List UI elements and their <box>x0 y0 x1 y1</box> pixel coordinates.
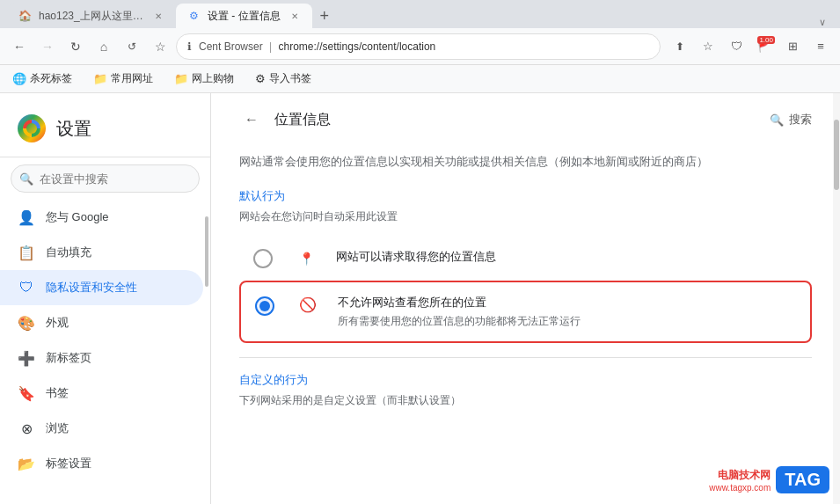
sidebar-item-appearance[interactable]: 🎨 外观 <box>0 305 203 340</box>
badge: 1.00 <box>757 36 775 44</box>
settings-sidebar: 设置 🔍 👤 您与 Google 📋 自动填充 🛡 隐私设置和安全性 🎨 <box>0 93 211 504</box>
appearance-label: 外观 <box>46 315 69 331</box>
custom-behavior-sublabel: 下列网站采用的是自定义设置（而非默认设置） <box>239 393 812 408</box>
google-icon: 👤 <box>18 208 35 226</box>
privacy-icon: 🛡 <box>18 279 35 296</box>
main-content: 设置 🔍 👤 您与 Google 📋 自动填充 🛡 隐私设置和安全性 🎨 <box>0 93 840 504</box>
option-block-title: 不允许网站查看您所在的位置 <box>338 295 796 310</box>
sidebar-item-bookmarks[interactable]: 🔖 书签 <box>0 376 203 411</box>
settings-page: ← 位置信息 🔍 搜索 网站通常会使用您的位置信息以实现相关功能或提供相关信息（… <box>211 93 840 436</box>
shield-icon: 🛡 <box>731 40 742 53</box>
back-icon: ← <box>13 40 26 54</box>
kill-tab-icon: 🌐 <box>12 72 26 85</box>
autofill-label: 自动填充 <box>46 245 91 260</box>
menu-button[interactable]: ≡ <box>808 34 833 59</box>
settings-search-input[interactable] <box>11 164 200 193</box>
tab-2-favicon: ⚙ <box>186 9 201 23</box>
new-tab-button[interactable]: + <box>312 4 337 28</box>
bookmark-button[interactable]: ☆ <box>696 34 720 59</box>
page-search-label: 搜索 <box>789 112 812 128</box>
tab-2-close[interactable]: ✕ <box>288 9 302 23</box>
location-pin-icon: 📍 <box>297 250 315 267</box>
back-button[interactable]: ← <box>7 34 32 59</box>
option-allow[interactable]: 📍 网站可以请求取得您的位置信息 <box>239 238 812 277</box>
security-info-icon: ℹ <box>187 40 192 53</box>
apps-button[interactable]: ⊞ <box>780 34 805 59</box>
privacy-label: 隐私设置和安全性 <box>46 280 137 296</box>
window-controls: ∨ <box>819 17 826 28</box>
sidebar-item-browsing[interactable]: ⊗ 浏览 <box>0 411 203 446</box>
import-icon: ⚙ <box>255 72 266 85</box>
browsing-icon: ⊗ <box>18 420 35 437</box>
watermark-tag-badge: TAG <box>776 466 829 493</box>
bookmark-common-sites[interactable]: 📁 常用网址 <box>88 68 158 90</box>
content-scrollbar[interactable] <box>833 93 840 504</box>
radio-block-dot <box>259 301 270 311</box>
tab-1-favicon: 🏠 <box>18 9 32 23</box>
browsing-label: 浏览 <box>46 420 69 436</box>
google-label: 您与 Google <box>46 209 109 225</box>
back-to-settings-button[interactable]: ← <box>239 107 264 132</box>
option-block[interactable]: 🚫 不允许网站查看您所在的位置 所有需要使用您的位置信息的功能都将无法正常运行 <box>239 281 812 343</box>
shopping-icon: 📁 <box>174 72 188 85</box>
page-header-left: ← 位置信息 <box>239 107 331 132</box>
star-button[interactable]: ☆ <box>148 34 172 59</box>
radio-allow <box>253 249 273 268</box>
star-icon: ☆ <box>155 40 166 54</box>
kill-tab-label: 杀死标签 <box>30 71 72 86</box>
page-title: 位置信息 <box>274 111 331 129</box>
nav-bar: ← → ↻ ⌂ ↺ ☆ ℹ Cent Browser | chrome://se… <box>0 28 840 65</box>
flag-badge-button[interactable]: 🚩 1.00 <box>752 34 777 59</box>
sidebar-item-privacy[interactable]: 🛡 隐私设置和安全性 <box>0 270 203 305</box>
sidebar-scrollbar <box>205 216 208 287</box>
sidebar-item-tabs[interactable]: 📂 标签设置 <box>0 446 203 481</box>
share-button[interactable]: ⬆ <box>668 34 692 59</box>
newtab-icon: ➕ <box>18 349 35 367</box>
reload-icon: ↻ <box>70 40 81 54</box>
location-description: 网站通常会使用您的位置信息以实现相关功能或提供相关信息（例如本地新闻或附近的商店… <box>239 153 812 171</box>
block-icon: 🚫 <box>299 296 317 314</box>
custom-behavior-label: 自定义的行为 <box>239 372 812 388</box>
bookmark-shopping[interactable]: 📁 网上购物 <box>169 68 239 90</box>
reload-button[interactable]: ↻ <box>63 34 88 59</box>
tab-1-label: hao123_上网从这里开始 <box>39 9 144 24</box>
address-bar[interactable]: ℹ Cent Browser | chrome://settings/conte… <box>176 33 661 60</box>
sidebar-item-google[interactable]: 👤 您与 Google <box>0 200 203 235</box>
page-search[interactable]: 🔍 搜索 <box>770 112 812 128</box>
history-button[interactable]: ↺ <box>120 34 144 59</box>
default-behavior-label: 默认行为 <box>239 188 812 204</box>
address-url-path: chrome://settings/content/location <box>279 40 436 53</box>
bookmark-kill-tab[interactable]: 🌐 杀死标签 <box>7 68 77 90</box>
content-area: ← 位置信息 🔍 搜索 网站通常会使用您的位置信息以实现相关功能或提供相关信息（… <box>211 93 840 504</box>
autofill-icon: 📋 <box>18 244 35 261</box>
sidebar-item-autofill[interactable]: 📋 自动填充 <box>0 235 203 270</box>
shield-button[interactable]: 🛡 <box>724 34 749 59</box>
settings-title: 设置 <box>56 117 91 141</box>
home-button[interactable]: ⌂ <box>91 34 116 59</box>
bookmarks-nav-icon: 🔖 <box>18 384 35 402</box>
bookmarks-bar: 🌐 杀死标签 📁 常用网址 📁 网上购物 ⚙ 导入书签 <box>0 65 840 93</box>
new-tab-icon: + <box>319 7 329 26</box>
tab-1[interactable]: 🏠 hao123_上网从这里开始 ✕ <box>7 4 176 28</box>
tab-2[interactable]: ⚙ 设置 - 位置信息 ✕ <box>176 4 312 28</box>
settings-header: 设置 <box>0 100 210 157</box>
forward-button[interactable]: → <box>35 34 60 59</box>
menu-icon: ≡ <box>817 40 824 53</box>
option-block-subtitle: 所有需要使用您的位置信息的功能都将无法正常运行 <box>338 314 796 329</box>
newtab-label: 新标签页 <box>46 350 91 366</box>
tab-2-label: 设置 - 位置信息 <box>208 9 281 24</box>
nav-actions: ⬆ ☆ 🛡 🚩 1.00 ⊞ ≡ <box>668 34 833 59</box>
scrollbar-thumb[interactable] <box>834 120 839 190</box>
watermark-line1: 电脑技术网 <box>709 468 771 483</box>
import-label: 导入书签 <box>269 71 311 86</box>
tab-1-close[interactable]: ✕ <box>151 9 165 23</box>
appearance-icon: 🎨 <box>18 314 35 332</box>
bookmark-import[interactable]: ⚙ 导入书签 <box>250 68 317 90</box>
watermark: 电脑技术网 www.tagxp.com TAG <box>709 466 829 493</box>
page-header: ← 位置信息 🔍 搜索 <box>239 107 812 139</box>
tag-text: TAG <box>785 470 821 489</box>
settings-logo <box>18 114 46 142</box>
sidebar-item-newtab[interactable]: ➕ 新标签页 <box>0 340 203 376</box>
watermark-line2: www.tagxp.com <box>709 483 771 493</box>
title-bar-right: ∨ <box>819 17 833 28</box>
